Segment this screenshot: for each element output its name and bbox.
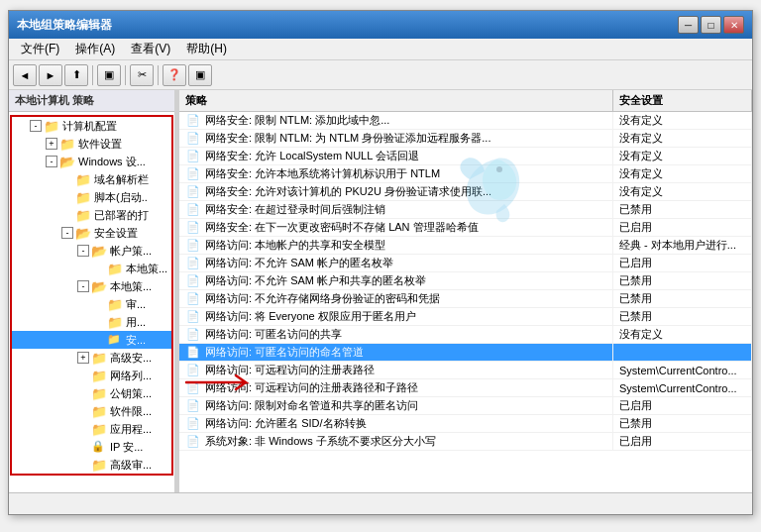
- up-button[interactable]: ⬆: [64, 64, 88, 86]
- window-controls: ─ □ ✕: [678, 16, 744, 34]
- table-row-selected[interactable]: 📄网络访问: 可匿名访问的命名管道: [179, 344, 752, 362]
- export-button[interactable]: ✂: [130, 64, 154, 86]
- table-row[interactable]: 📄网络访问: 不允许存储网络身份验证的密码和凭据 已禁用: [179, 290, 752, 308]
- policy-name: 网络安全: 允许 LocalSystem NULL 会话回退: [205, 149, 419, 163]
- tree-item-appcontrol[interactable]: 📁 应用程...: [12, 420, 171, 438]
- policy-cell: 📄网络安全: 允许本地系统将计算机标识用于 NTLM: [179, 165, 613, 182]
- policy-icon: 📄: [185, 417, 201, 431]
- col-header-policy[interactable]: 策略: [179, 90, 613, 111]
- setting-value: 没有定义: [619, 327, 663, 342]
- table-row[interactable]: 📄网络访问: 可远程访问的注册表路径和子路径 System\CurrentCon…: [179, 379, 752, 397]
- tree-item-deployed[interactable]: 📁 已部署的打: [12, 206, 171, 224]
- tree-label-security: 安全设置: [94, 226, 138, 241]
- tree-item-ipsec[interactable]: 🔒 IP 安...: [12, 438, 171, 456]
- col-header-setting[interactable]: 安全设置: [613, 90, 752, 111]
- table-row[interactable]: 📄网络访问: 不允许 SAM 帐户和共享的匿名枚举 已禁用: [179, 272, 752, 290]
- tree-item-audit[interactable]: 📁 审...: [12, 295, 171, 313]
- policy-name: 网络安全: 在下一次更改密码时不存储 LAN 管理器哈希值: [205, 220, 479, 235]
- tree-item-local-main[interactable]: - 📂 本地策...: [12, 277, 171, 295]
- table-row[interactable]: 📄网络安全: 限制 NTLM: 添加此域中忽... 没有定义: [179, 112, 752, 130]
- setting-cell: System\CurrentContro...: [613, 379, 752, 396]
- tree-item-scripts[interactable]: 📁 脚本(启动..: [12, 188, 171, 206]
- policy-cell: 📄网络访问: 不允许存储网络身份验证的密码和凭据: [179, 290, 613, 307]
- table-row[interactable]: 📄网络安全: 允许对该计算机的 PKU2U 身份验证请求使用联... 没有定义: [179, 183, 752, 201]
- table-row[interactable]: 📄网络安全: 限制 NTLM: 为 NTLM 身份验证添加远程服务器... 没有…: [179, 130, 752, 148]
- table-row[interactable]: 📄网络安全: 允许本地系统将计算机标识用于 NTLM 没有定义: [179, 165, 752, 183]
- tree-item-software-restrict[interactable]: 📁 软件限...: [12, 402, 171, 420]
- policy-icon: 📄: [185, 185, 201, 199]
- tree-item-root[interactable]: - 📁 计算机配置: [12, 117, 171, 135]
- folder-icon-local-sub: 📁: [107, 262, 123, 275]
- tree-item-security-opts[interactable]: 📁 安...: [12, 331, 171, 349]
- tree-header: 本地计算机 策略: [9, 90, 174, 112]
- policy-name: 网络安全: 允许本地系统将计算机标识用于 NTLM: [205, 166, 440, 181]
- folder-icon-security: 📂: [75, 226, 91, 240]
- status-bar: [9, 492, 752, 514]
- policy-icon: 📄: [185, 346, 201, 360]
- table-row[interactable]: 📄网络访问: 允许匿名 SID/名称转换 已禁用: [179, 415, 752, 433]
- forward-button[interactable]: ►: [39, 64, 62, 86]
- toggle-security[interactable]: -: [61, 227, 73, 239]
- table-row[interactable]: 📄网络访问: 不允许 SAM 帐户的匿名枚举 已启用: [179, 255, 752, 272]
- folder-icon-domain: 📁: [75, 172, 91, 186]
- toolbar-sep-3: [158, 65, 159, 85]
- properties-button[interactable]: ▣: [188, 64, 212, 86]
- tree-item-network-list[interactable]: 📁 网络列...: [12, 367, 171, 384]
- toggle-account[interactable]: -: [77, 245, 89, 257]
- folder-icon-appcontrol: 📁: [91, 422, 107, 436]
- tree-label-local-main: 本地策...: [110, 279, 152, 294]
- policy-name: 网络访问: 不允许 SAM 帐户的匿名枚举: [205, 256, 393, 270]
- toggle-local-main[interactable]: -: [77, 280, 89, 292]
- tree-item-security[interactable]: - 📂 安全设置: [12, 224, 171, 242]
- back-button[interactable]: ◄: [13, 64, 37, 86]
- folder-icon-account: 📂: [91, 244, 107, 258]
- tree-item-advanced-audit[interactable]: 📁 高级审...: [12, 456, 171, 474]
- tree-item-domain[interactable]: 📁 域名解析栏: [12, 170, 171, 188]
- table-row[interactable]: 📄网络安全: 允许 LocalSystem NULL 会话回退 没有定义: [179, 148, 752, 165]
- toggle-advanced[interactable]: +: [77, 352, 89, 364]
- table-row[interactable]: 📄系统对象: 非 Windows 子系统不要求区分大小写 已启用: [179, 433, 752, 451]
- close-button[interactable]: ✕: [723, 16, 744, 34]
- folder-icon-local-main: 📂: [91, 279, 107, 293]
- policy-name: 系统对象: 非 Windows 子系统不要求区分大小写: [205, 434, 436, 449]
- setting-cell: 没有定义: [613, 112, 752, 129]
- menu-action[interactable]: 操作(A): [67, 39, 123, 59]
- minimize-button[interactable]: ─: [678, 16, 699, 34]
- tree-item-local-sub[interactable]: 📁 本地策...: [12, 260, 171, 277]
- setting-value: 已启用: [619, 434, 652, 449]
- table-row[interactable]: 📄网络访问: 限制对命名管道和共享的匿名访问 已启用: [179, 397, 752, 415]
- folder-icon-user: 📁: [107, 315, 123, 329]
- setting-cell: [613, 344, 752, 361]
- toggle-windows[interactable]: -: [46, 156, 57, 167]
- menu-view[interactable]: 查看(V): [123, 39, 178, 59]
- menu-file[interactable]: 文件(F): [13, 39, 67, 59]
- policy-icon: 📄: [185, 114, 201, 128]
- toggle-software[interactable]: +: [46, 138, 57, 150]
- tree-item-windows[interactable]: - 📂 Windows 设...: [12, 153, 171, 170]
- table-body[interactable]: 📄网络安全: 限制 NTLM: 添加此域中忽... 没有定义 📄网络安全: 限制…: [179, 112, 752, 492]
- view-button[interactable]: ▣: [97, 64, 121, 86]
- table-row[interactable]: 📄网络访问: 可远程访问的注册表路径 System\CurrentContro.…: [179, 362, 752, 379]
- tree-item-user[interactable]: 📁 用...: [12, 313, 171, 331]
- table-row[interactable]: 📄网络安全: 在下一次更改密码时不存储 LAN 管理器哈希值 已启用: [179, 219, 752, 237]
- table-row[interactable]: 📄网络访问: 可匿名访问的共享 没有定义: [179, 326, 752, 344]
- tree-item-software[interactable]: + 📁 软件设置: [12, 135, 171, 153]
- setting-cell: 已禁用: [613, 201, 752, 218]
- tree-container[interactable]: - 📁 计算机配置 + 📁 软件设置: [9, 112, 174, 492]
- table-row[interactable]: 📄网络访问: 本地帐户的共享和安全模型 经典 - 对本地用户进行...: [179, 237, 752, 255]
- maximize-button[interactable]: □: [701, 16, 721, 34]
- tree-item-account[interactable]: - 📂 帐户策...: [12, 242, 171, 260]
- main-content: 本地计算机 策略 - 📁 计算机配置 + 📁: [9, 90, 752, 492]
- policy-name: 网络访问: 限制对命名管道和共享的匿名访问: [205, 398, 418, 413]
- tree-item-advanced-security[interactable]: + 📁 高级安...: [12, 349, 171, 367]
- window-title: 本地组策略编辑器: [17, 17, 112, 34]
- table-row[interactable]: 📄网络访问: 将 Everyone 权限应用于匿名用户 已禁用: [179, 308, 752, 326]
- tree-label-windows: Windows 设...: [78, 155, 146, 169]
- table-row[interactable]: 📄网络安全: 在超过登录时间后强制注销 已禁用: [179, 201, 752, 219]
- setting-value: 没有定义: [619, 113, 663, 128]
- menu-help[interactable]: 帮助(H): [178, 39, 235, 59]
- tree-item-pubkey[interactable]: 📁 公钥策...: [12, 384, 171, 402]
- toggle-root[interactable]: -: [30, 120, 42, 132]
- help-button[interactable]: ❓: [163, 64, 186, 86]
- tree-label-software: 软件设置: [78, 137, 122, 152]
